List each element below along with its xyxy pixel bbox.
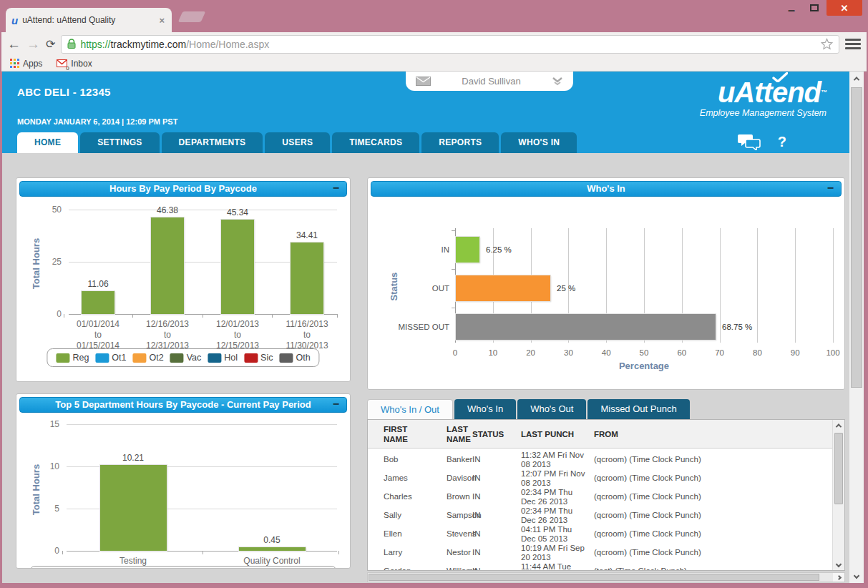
cell-last-punch: 04:11 PM ThuDec 05 2013 bbox=[521, 524, 572, 544]
bookmark-apps[interactable]: Apps bbox=[10, 59, 42, 69]
panel-top5-departments: Top 5 Department Hours By Paycode - Curr… bbox=[16, 393, 351, 569]
chat-bubbles-icon[interactable] bbox=[738, 133, 762, 150]
reload-button[interactable]: ⟳ bbox=[46, 39, 55, 50]
logo-tagline: Employee Management System bbox=[700, 108, 826, 118]
x-tick-label: 0 bbox=[444, 348, 466, 357]
y-tick-label: 15 bbox=[38, 419, 59, 429]
apps-grid-icon bbox=[10, 59, 19, 68]
panel-hours-by-pay-period: Hours By Pay Period By Paycode − Total H… bbox=[16, 177, 351, 382]
url-bar[interactable]: https://trackmytime.com/Home/Home.aspx bbox=[61, 35, 839, 54]
table-row-larry-nestor: LarryNestorIN10:19 AM Fri Sep20 2013(qcr… bbox=[368, 543, 832, 562]
axis-tick bbox=[337, 314, 338, 318]
minimize-button[interactable]: – bbox=[781, 0, 802, 16]
bookmark-star-icon[interactable] bbox=[821, 38, 833, 50]
bar-in bbox=[456, 237, 479, 263]
nav-tab-departments[interactable]: DEPARTMENTS bbox=[162, 132, 263, 153]
cell-first-name: Bob bbox=[384, 450, 398, 469]
user-name: David Sullivan bbox=[431, 76, 552, 87]
cell-from: (qcroom) (Time Clock Punch) bbox=[594, 450, 701, 469]
column-header-first-name: FIRSTNAME bbox=[384, 424, 408, 444]
table-vertical-scrollbar[interactable] bbox=[832, 420, 844, 570]
bookmark-inbox[interactable]: 0 Inbox bbox=[57, 59, 92, 69]
close-button[interactable]: ✕ bbox=[826, 0, 862, 16]
legend-label: Ot2 bbox=[150, 353, 164, 363]
date-time: MONDAY JANUARY 6, 2014 | 12:09 PM PST bbox=[17, 117, 177, 126]
whos-in-table: FIRSTNAMELASTNAMESTATUSLAST PUNCHFROM Bo… bbox=[367, 419, 845, 571]
cell-status: IN bbox=[472, 450, 481, 469]
bar-value-label: 10.21 bbox=[104, 453, 162, 463]
nav-tab-reports[interactable]: REPORTS bbox=[421, 132, 499, 153]
scrollbar-thumb[interactable] bbox=[851, 87, 862, 388]
category-label: OUT bbox=[375, 275, 449, 301]
scroll-down-icon[interactable] bbox=[849, 570, 864, 582]
scrollbar-thumb[interactable] bbox=[834, 433, 843, 504]
x-tick-label: 60 bbox=[671, 348, 693, 357]
scroll-up-icon[interactable] bbox=[849, 73, 864, 84]
legend-label: Ot1 bbox=[112, 353, 126, 363]
cell-status: IN bbox=[472, 562, 481, 571]
gridline bbox=[720, 228, 721, 343]
table-row-gordon-williams: GordonWilliamsIN11:44 AM Tue(test) (Time… bbox=[368, 562, 832, 571]
collapse-icon[interactable]: − bbox=[827, 181, 834, 195]
cell-status: IN bbox=[472, 543, 481, 562]
axis-tick bbox=[203, 314, 203, 318]
nav-tab-home[interactable]: HOME bbox=[17, 132, 78, 153]
table-tab-missed-out-punch[interactable]: Missed Out Punch bbox=[587, 399, 689, 419]
table-tab-who-s-out[interactable]: Who's Out bbox=[517, 399, 586, 419]
bar-value-label: 11.06 bbox=[69, 279, 127, 289]
logo-trademark: ™ bbox=[821, 89, 826, 96]
cell-from: (qcroom) (Time Clock Punch) bbox=[594, 469, 701, 487]
cell-status: IN bbox=[472, 524, 481, 543]
y-tick-label: 50 bbox=[40, 205, 62, 215]
cell-last-punch: 11:44 AM Tue bbox=[521, 562, 571, 571]
browser-tab[interactable]: u uAttend: uAttend Quality × bbox=[6, 8, 172, 32]
collapse-icon[interactable]: − bbox=[333, 181, 339, 195]
cell-first-name: Sally bbox=[384, 506, 401, 524]
app-header: ABC DELI - 12345 MONDAY JANUARY 6, 2014 … bbox=[2, 72, 849, 153]
scroll-right-icon[interactable] bbox=[833, 573, 844, 582]
browser-toolbar: ← → ⟳ https://trackmytime.com/Home/Home.… bbox=[1, 32, 867, 56]
menu-icon[interactable] bbox=[845, 39, 861, 49]
nav-tab-settings[interactable]: SETTINGS bbox=[80, 132, 159, 153]
cell-from: (qcroom) (Time Clock Punch) bbox=[594, 506, 701, 524]
logo-checkmark-icon bbox=[772, 72, 788, 82]
cell-first-name: Ellen bbox=[384, 524, 402, 543]
maximize-icon bbox=[810, 4, 819, 11]
legend-item-hol: Hol bbox=[208, 353, 238, 363]
maximize-button[interactable] bbox=[802, 0, 826, 16]
window-controls: – ✕ bbox=[781, 0, 862, 16]
nav-tab-users[interactable]: USERS bbox=[265, 132, 330, 153]
cell-first-name: James bbox=[384, 469, 408, 487]
nav-tab-timecards[interactable]: TIMECARDS bbox=[332, 132, 419, 153]
uattend-favicon: u bbox=[11, 14, 18, 26]
bar-value-label: 34.41 bbox=[278, 230, 336, 240]
scroll-up-icon[interactable] bbox=[833, 420, 844, 431]
back-button[interactable]: ← bbox=[7, 37, 21, 51]
bar-12-16-2013 bbox=[151, 217, 184, 314]
inbox-badge: 0 bbox=[66, 65, 69, 72]
nav-tab-who-s-in[interactable]: WHO'S IN bbox=[501, 132, 577, 153]
tab-close-icon[interactable]: × bbox=[157, 15, 166, 26]
logo-text: uAttend™ bbox=[700, 77, 826, 107]
forward-button[interactable]: → bbox=[26, 37, 40, 51]
user-menu[interactable]: David Sullivan bbox=[406, 72, 573, 91]
scrollbar-thumb[interactable] bbox=[369, 574, 819, 581]
new-tab-button[interactable] bbox=[178, 11, 206, 22]
whos-in-chart: Status Percentage 0102030405060708090100… bbox=[368, 197, 844, 389]
cell-last-name: Banker bbox=[447, 450, 472, 469]
table-horizontal-scrollbar[interactable] bbox=[367, 572, 845, 582]
x-tick-label: 80 bbox=[746, 348, 768, 357]
table-tab-who-s-in-out[interactable]: Who's In / Out bbox=[367, 399, 453, 419]
cell-last-punch: 12:07 PM Fri Nov08 2013 bbox=[521, 469, 585, 488]
uattend-logo: uAttend™ Employee Management System bbox=[700, 77, 826, 118]
scroll-down-icon[interactable] bbox=[833, 559, 844, 570]
table-tab-who-s-in[interactable]: Who's In bbox=[454, 399, 516, 419]
table-row-james-davison: JamesDavisonIN12:07 PM Fri Nov08 2013(qc… bbox=[368, 469, 832, 487]
legend-swatch bbox=[95, 353, 109, 363]
page-scrollbar[interactable] bbox=[849, 72, 864, 583]
table-tabs: Who's In / OutWho's InWho's OutMissed Ou… bbox=[367, 399, 690, 419]
main-nav: HOMESETTINGSDEPARTMENTSUSERSTIMECARDSREP… bbox=[17, 132, 577, 153]
help-icon[interactable]: ? bbox=[778, 134, 786, 150]
collapse-icon[interactable]: − bbox=[333, 397, 339, 411]
panel-hours-header: Hours By Pay Period By Paycode − bbox=[19, 181, 347, 197]
